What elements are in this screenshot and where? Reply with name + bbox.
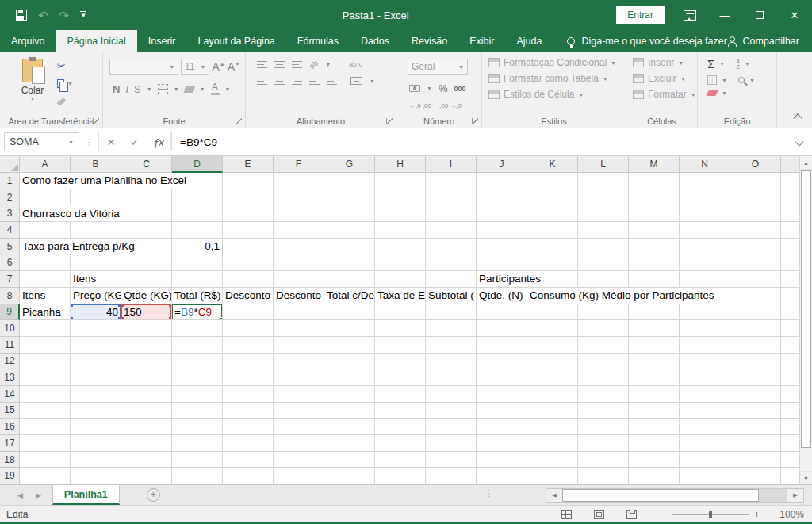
cell-H10[interactable] xyxy=(375,320,426,337)
styles-formatar-como-tabela-button[interactable]: Formatar como Tabela▼ xyxy=(488,73,626,84)
cell-B16[interactable] xyxy=(71,419,121,435)
cell-G2[interactable] xyxy=(324,189,375,206)
horizontal-scroll-track[interactable] xyxy=(759,489,787,502)
wrap-text-icon[interactable]: ab c xyxy=(349,61,362,67)
cell-J12[interactable] xyxy=(477,354,527,370)
align-top-icon[interactable] xyxy=(257,61,267,68)
cell-J16[interactable] xyxy=(477,419,527,435)
font-dialog-launcher-icon[interactable] xyxy=(236,118,242,124)
number-format-select[interactable]: Geral▼ xyxy=(408,59,468,75)
cell-B9[interactable]: 40 xyxy=(71,304,121,321)
grow-font-button[interactable]: A▲ xyxy=(212,60,224,73)
cell-F5[interactable] xyxy=(274,239,324,255)
cell-A17[interactable] xyxy=(20,435,71,452)
cell-partial[interactable] xyxy=(781,205,799,222)
row-header-18[interactable]: 18 xyxy=(0,452,20,469)
cell-K15[interactable] xyxy=(527,403,578,419)
cell-E11[interactable] xyxy=(223,337,274,354)
row-header-17[interactable]: 17 xyxy=(0,435,20,452)
cell-N9[interactable] xyxy=(680,304,730,321)
cell-A12[interactable] xyxy=(20,354,71,370)
cell-B6[interactable] xyxy=(71,254,121,271)
cell-C17[interactable] xyxy=(121,435,172,452)
cell-I18[interactable] xyxy=(426,452,477,469)
cell-E7[interactable] xyxy=(223,271,274,288)
cell-H16[interactable] xyxy=(375,419,426,435)
row-header-10[interactable]: 10 xyxy=(0,320,20,337)
horizontal-scroll-thumb[interactable] xyxy=(562,489,759,502)
cell-N7[interactable] xyxy=(680,271,730,288)
row-header-1[interactable]: 1 xyxy=(0,173,20,189)
cell-B12[interactable] xyxy=(71,354,121,370)
cell-F12[interactable] xyxy=(274,354,324,370)
cell-N14[interactable] xyxy=(680,386,730,403)
cell-B10[interactable] xyxy=(71,320,121,337)
increase-decimal-icon[interactable]: ←,0 ,00 xyxy=(409,102,431,109)
cell-J8[interactable]: Qtde. (N) xyxy=(477,288,527,304)
column-header-G[interactable]: G xyxy=(324,156,375,173)
cell-O11[interactable] xyxy=(730,337,781,354)
cell-partial[interactable] xyxy=(781,304,799,321)
cell-H13[interactable] xyxy=(375,369,426,386)
cell-I5[interactable] xyxy=(426,239,477,255)
zoom-slider-thumb[interactable] xyxy=(709,511,712,518)
cell-D5[interactable]: 0,1 xyxy=(172,239,223,255)
row-header-15[interactable]: 15 xyxy=(0,403,20,419)
cell-J5[interactable] xyxy=(477,239,527,255)
cell-B13[interactable] xyxy=(71,369,121,386)
cell-J13[interactable] xyxy=(477,369,527,386)
cell-G19[interactable] xyxy=(324,468,375,484)
cell-F8[interactable]: Desconto xyxy=(274,288,324,304)
column-header-I[interactable]: I xyxy=(426,156,477,173)
cell-I8[interactable]: Subtotal ( xyxy=(426,288,477,304)
cell-G4[interactable] xyxy=(324,222,375,239)
row-header-5[interactable]: 5 xyxy=(0,239,20,255)
cell-M14[interactable] xyxy=(629,386,680,403)
cell-D15[interactable] xyxy=(172,403,223,419)
zoom-level[interactable]: 100% xyxy=(774,509,804,520)
align-left-icon[interactable] xyxy=(257,78,267,85)
cell-K3[interactable] xyxy=(527,205,578,222)
row-header-4[interactable]: 4 xyxy=(0,222,20,239)
cell-G14[interactable] xyxy=(324,386,375,403)
cell-L4[interactable] xyxy=(578,222,629,239)
cell-M11[interactable] xyxy=(629,337,680,354)
cell-N3[interactable] xyxy=(680,205,730,222)
cell-N16[interactable] xyxy=(680,419,730,435)
cell-E14[interactable] xyxy=(223,386,274,403)
save-icon[interactable] xyxy=(16,10,27,21)
row-header-6[interactable]: 6 xyxy=(0,254,20,271)
cell-A18[interactable] xyxy=(20,452,71,469)
cell-K1[interactable] xyxy=(527,173,578,189)
merge-center-icon[interactable] xyxy=(350,77,362,85)
row-header-2[interactable]: 2 xyxy=(0,189,20,206)
cell-H4[interactable] xyxy=(375,222,426,239)
orientation-icon[interactable]: ab xyxy=(308,59,320,71)
horizontal-scrollbar[interactable]: ◀ ▶ xyxy=(546,488,804,503)
expand-formula-bar-icon[interactable] xyxy=(795,137,803,146)
cell-H14[interactable] xyxy=(375,386,426,403)
cell-B15[interactable] xyxy=(71,403,121,419)
cell-partial[interactable] xyxy=(781,435,799,452)
tab-inserir[interactable]: Inserir xyxy=(137,30,187,52)
cell-D3[interactable] xyxy=(172,205,223,222)
cell-E8[interactable]: Desconto xyxy=(223,288,274,304)
cell-partial[interactable] xyxy=(781,271,799,288)
cell-partial[interactable] xyxy=(781,173,799,189)
cell-E1[interactable] xyxy=(223,173,274,189)
cell-D19[interactable] xyxy=(172,468,223,484)
cell-C19[interactable] xyxy=(121,468,172,484)
cell-partial[interactable] xyxy=(781,239,799,255)
cell-J17[interactable] xyxy=(477,435,527,452)
undo-icon[interactable]: ↶ xyxy=(38,10,48,21)
cell-K19[interactable] xyxy=(527,468,578,484)
minimize-button[interactable]: — xyxy=(707,0,742,30)
paste-button[interactable]: Colar ▼ xyxy=(14,59,51,101)
row-header-8[interactable]: 8 xyxy=(0,288,20,304)
cell-H19[interactable] xyxy=(375,468,426,484)
cell-G17[interactable] xyxy=(324,435,375,452)
font-color-button[interactable]: A xyxy=(211,82,220,95)
cell-F15[interactable] xyxy=(274,403,324,419)
cell-K18[interactable] xyxy=(527,452,578,469)
cell-B4[interactable] xyxy=(71,222,121,239)
